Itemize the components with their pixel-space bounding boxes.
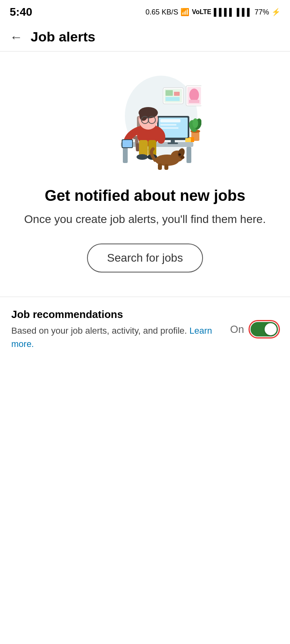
svg-rect-17: [185, 138, 191, 142]
svg-rect-46: [166, 90, 173, 96]
svg-rect-2: [123, 147, 128, 163]
svg-point-27: [137, 154, 148, 160]
status-icons: 0.65 KB/S 📶 VoLTE ▌▌▌▌ ▌▌▌ 77% ⚡: [145, 8, 280, 17]
toggle-thumb: [265, 323, 277, 335]
svg-rect-6: [160, 119, 180, 122]
status-time: 5:40: [10, 6, 32, 19]
svg-point-40: [180, 156, 184, 159]
hero-title: Get notified about new jobs: [45, 186, 245, 206]
svg-rect-8: [160, 127, 178, 129]
svg-rect-43: [164, 164, 168, 170]
svg-point-41: [178, 153, 181, 156]
recommendations-section: Job recommendations Based on your job al…: [0, 297, 290, 362]
battery-icon: 77%: [255, 8, 269, 17]
status-bar: 5:40 0.65 KB/S 📶 VoLTE ▌▌▌▌ ▌▌▌ 77% ⚡: [0, 0, 290, 23]
recommendations-text: Job recommendations Based on your job al…: [11, 308, 222, 351]
page-header: ← Job alerts: [0, 23, 290, 52]
svg-rect-47: [174, 92, 180, 96]
charging-icon: ⚡: [271, 8, 280, 17]
toggle-section: On: [230, 321, 279, 337]
recommendations-title: Job recommendations: [11, 308, 222, 321]
svg-point-33: [139, 111, 147, 121]
hero-subtitle: Once you create job alerts, you'll find …: [24, 211, 266, 227]
toggle-track: [251, 322, 278, 336]
volte-icon: VoLTE: [192, 8, 211, 16]
svg-rect-48: [166, 97, 180, 101]
svg-rect-7: [160, 124, 176, 126]
svg-rect-23: [136, 143, 139, 151]
svg-rect-25: [139, 140, 148, 156]
svg-rect-30: [122, 140, 132, 147]
svg-rect-52: [189, 100, 199, 103]
toggle-status-label: On: [230, 323, 244, 336]
svg-point-51: [189, 89, 199, 101]
hero-section: Get notified about new jobs Once you cre…: [0, 52, 290, 289]
recommendations-toggle[interactable]: [250, 321, 279, 337]
svg-rect-10: [168, 142, 178, 144]
signal-icon: ▌▌▌▌: [214, 8, 234, 17]
search-for-jobs-button[interactable]: Search for jobs: [87, 244, 203, 272]
recommendations-desc-text: Based on your job alerts, activity, and …: [11, 326, 187, 336]
svg-rect-3: [186, 147, 191, 163]
recommendations-description: Based on your job alerts, activity, and …: [11, 324, 222, 351]
signal-icon-2: ▌▌▌: [237, 8, 252, 17]
wifi-icon: 📶: [180, 8, 189, 17]
back-button[interactable]: ←: [10, 31, 23, 43]
hero-illustration: [89, 64, 201, 176]
svg-rect-42: [158, 163, 162, 170]
svg-point-15: [193, 118, 198, 128]
network-speed: 0.65 KB/S: [145, 8, 178, 17]
page-title: Job alerts: [31, 29, 95, 45]
